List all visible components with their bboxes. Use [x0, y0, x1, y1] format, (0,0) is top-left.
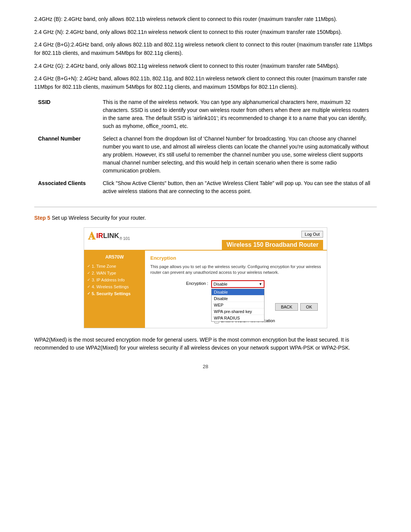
check-icon-2: ✓	[87, 271, 90, 275]
step-text: Set up Wireless Security for your router…	[52, 215, 146, 221]
check-icon-5: ✓	[87, 291, 90, 296]
sidebar-label-3: 3. IP Address Info	[92, 278, 125, 282]
sidebar-model: AR570W	[84, 253, 145, 263]
bottom-paragraph: WPA2(Mixed) is the most secured encrypti…	[34, 336, 377, 352]
content-area: 2.4GHz (B): 2.4GHz band, only allows 802…	[34, 15, 377, 369]
encryption-dropdown-container: Disable ▼ Disable Disable WEP WPA pre-sh…	[211, 280, 264, 288]
encryption-title: Encryption	[150, 255, 322, 261]
encryption-form-row: Encryption : Disable ▼ Disable Disable W…	[150, 280, 322, 288]
router-ui: 𝐀 IRLINK ® 101 Log Out Wireless 150 Broa…	[84, 227, 327, 328]
associated-desc: Click "Show Active Clients" button, then…	[95, 177, 377, 198]
table-row-ssid: SSID This is the name of the wireless ne…	[34, 96, 377, 133]
router-body: AR570W ✓ 1. Time Zone ✓ 2. WAN Type ✓ 3.…	[84, 251, 327, 328]
dropdown-arrow-icon: ▼	[259, 282, 262, 286]
table-row-associated: Associated Clients Click "Show Active Cl…	[34, 177, 377, 198]
sidebar-label-4: 4. Wireless Settings	[92, 284, 129, 289]
router-main-title: Wireless 150 Broadband Router	[222, 240, 323, 250]
section-divider	[34, 207, 377, 207]
dropdown-option-disable-selected[interactable]: Disable	[212, 289, 264, 296]
sidebar-label-5: 5. Security Settings	[92, 291, 131, 296]
logo-101: 101	[123, 236, 130, 241]
sidebar-item-wantype[interactable]: ✓ 2. WAN Type	[84, 270, 145, 276]
logo-a-icon: 𝐀	[88, 231, 96, 241]
encryption-dropdown-open: Disable Disable WEP WPA pre-shared key W…	[211, 289, 264, 322]
associated-label: Associated Clients	[34, 177, 95, 198]
encryption-select-display[interactable]: Disable ▼	[211, 280, 264, 288]
router-logo: 𝐀 IRLINK ® 101	[88, 231, 130, 243]
dropdown-option-disable[interactable]: Disable	[212, 296, 264, 302]
dropdown-option-wpa-psk[interactable]: WPA pre-shared key	[212, 308, 264, 315]
sidebar-label-2: 2. WAN Type	[92, 271, 116, 275]
dropdown-option-wpa-radius[interactable]: WPA RADIUS	[212, 315, 264, 321]
dropdown-option-wep[interactable]: WEP	[212, 302, 264, 308]
router-sidebar: AR570W ✓ 1. Time Zone ✓ 2. WAN Type ✓ 3.…	[84, 251, 145, 328]
para-3: 2.4 GHz (B+G):2.4GHz band, only allows 8…	[34, 41, 377, 57]
para-5: 2.4 GHz (B+G+N): 2.4GHz band, allows 802…	[34, 75, 377, 91]
ok-button[interactable]: OK	[300, 303, 318, 311]
check-icon-3: ✓	[87, 278, 90, 282]
sidebar-item-wireless[interactable]: ✓ 4. Wireless Settings	[84, 283, 145, 290]
check-icon-4: ✓	[87, 284, 90, 289]
page-number: 28	[34, 364, 377, 369]
encryption-desc: This page allows you to set up the wirel…	[150, 264, 322, 276]
router-content: Encryption This page allows you to set u…	[145, 251, 327, 328]
step-heading: Step 5 Set up Wireless Security for your…	[34, 214, 377, 222]
para-2: 2.4 GHz (N): 2.4GHz band, only allows 80…	[34, 28, 377, 37]
description-table: SSID This is the name of the wireless ne…	[34, 96, 377, 198]
step-label: Step 5	[34, 215, 50, 221]
sidebar-item-ipaddress[interactable]: ✓ 3. IP Address Info	[84, 276, 145, 283]
check-icon-1: ✓	[87, 264, 90, 268]
logo-registered: ®	[119, 236, 122, 241]
sidebar-item-timezone[interactable]: ✓ 1. Time Zone	[84, 263, 145, 270]
router-title-right: Log Out Wireless 150 Broadband Router	[222, 231, 323, 250]
ssid-desc: This is the name of the wireless network…	[95, 96, 377, 133]
router-header: 𝐀 IRLINK ® 101 Log Out Wireless 150 Broa…	[84, 228, 327, 251]
para-4: 2.4 GHz (G): 2.4GHz band, only allows 80…	[34, 62, 377, 70]
para-1: 2.4GHz (B): 2.4GHz band, only allows 802…	[34, 15, 377, 24]
encryption-field-label: Encryption :	[150, 280, 211, 286]
sidebar-label-1: 1. Time Zone	[92, 264, 116, 268]
channel-desc: Select a channel from the dropdown list …	[95, 133, 377, 177]
encryption-selected-value: Disable	[213, 282, 259, 286]
ssid-label: SSID	[34, 96, 95, 133]
logo-ir: IR	[96, 232, 103, 240]
logo-link: LINK	[103, 232, 119, 240]
back-button[interactable]: BACK	[275, 303, 298, 311]
form-buttons: BACK OK	[275, 303, 322, 311]
channel-label: Channel Number	[34, 133, 95, 177]
sidebar-item-security[interactable]: ✓ 5. Security Settings	[84, 290, 145, 297]
table-row-channel: Channel Number Select a channel from the…	[34, 133, 377, 177]
logout-button[interactable]: Log Out	[301, 231, 323, 238]
